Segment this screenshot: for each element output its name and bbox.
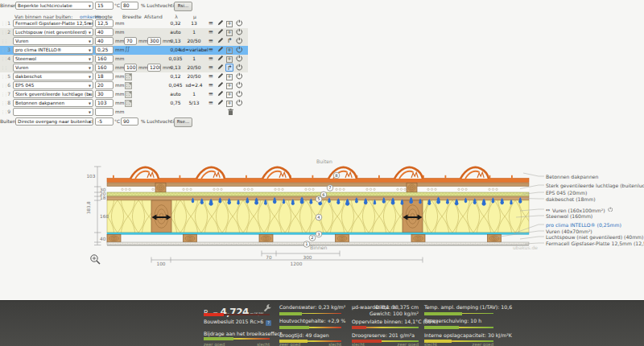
layer-material-select[interactable]: Fermacell Gipsfaser-Platte 12,5mm▼: [13, 19, 93, 27]
layer-material-label: EPS 045: [15, 82, 34, 89]
inside-condition-select[interactable]: Beperkte luchtcirculatie ▼: [15, 2, 93, 10]
layer-spacing-input[interactable]: 1200: [147, 64, 161, 72]
layer-material-select[interactable]: dakbeschot▼: [13, 72, 93, 80]
edit-pencil-icon[interactable]: [217, 19, 225, 27]
add-layer-icon[interactable]: +: [225, 81, 233, 89]
subdivision-arrow-icon[interactable]: ↱: [225, 37, 233, 45]
layer-texture-swatch-icon: [125, 73, 132, 80]
wrench-icon[interactable]: [263, 304, 272, 313]
add-layer-icon[interactable]: +: [225, 99, 233, 107]
layer-thickness-input[interactable]: 103: [95, 99, 114, 107]
layer-thickness-input[interactable]: 12,5: [95, 19, 114, 27]
layer-menu-icon[interactable]: ≡: [207, 90, 215, 98]
layer-material-select[interactable]: Luchtspouw (niet geventileerd)▼: [13, 28, 93, 36]
mm-unit-label: mm: [138, 64, 147, 72]
layer-menu-icon[interactable]: ≡: [207, 37, 215, 45]
edit-pencil-icon[interactable]: [217, 37, 225, 45]
layer-width-input[interactable]: 70: [124, 37, 137, 45]
toggle-layer-power-icon[interactable]: [235, 99, 243, 107]
layer-material-label: Betonnen dakpannen: [15, 100, 64, 107]
delete-row-trash-icon[interactable]: [226, 109, 234, 117]
inside-temperature-input[interactable]: 15: [95, 2, 114, 10]
layer-material-select[interactable]: Betonnen dakpannen▼: [13, 99, 93, 107]
layer-menu-icon[interactable]: ≡: [207, 19, 215, 27]
edit-pencil-icon[interactable]: [217, 64, 225, 72]
layer-material-select[interactable]: pro clima INTELLO®▼: [13, 46, 93, 54]
add-layer-icon[interactable]: +: [225, 90, 233, 98]
inside-humidity-input[interactable]: 80: [121, 2, 138, 10]
outside-humidity-input[interactable]: 90: [121, 117, 138, 126]
outside-condition-select[interactable]: Directe overgang naar buitenlucht ▼: [15, 117, 93, 126]
layer-marker-1: 1: [303, 241, 310, 248]
layer-material-select[interactable]: EPS 045▼: [13, 81, 93, 89]
layer-menu-icon[interactable]: ≡: [207, 64, 215, 72]
layer-thickness-input[interactable]: 40: [95, 37, 114, 45]
add-layer-icon[interactable]: +: [225, 55, 233, 63]
layer-material-select[interactable]: Sterk geventileerde luchtlage (buitenluc…: [13, 90, 93, 98]
add-layer-icon[interactable]: +: [225, 46, 233, 54]
legend-item: Steenwol (160mm): [546, 213, 592, 219]
layer-thickness-input[interactable]: [95, 108, 114, 116]
rse-button[interactable]: Rse...: [174, 117, 192, 127]
rsi-button[interactable]: Rsi...: [174, 2, 192, 11]
rating-bar: [279, 326, 341, 329]
layer-menu-icon[interactable]: ≡: [207, 55, 215, 63]
layer-menu-icon[interactable]: ≡: [207, 99, 215, 107]
chevron-down-icon: ▼: [89, 84, 91, 89]
layer-menu-icon[interactable]: ≡: [207, 81, 215, 89]
layer-thickness-input[interactable]: 30: [95, 90, 114, 98]
toggle-layer-power-icon[interactable]: [235, 72, 243, 80]
layer-material-select[interactable]: Steenwol▼: [13, 55, 93, 63]
toggle-layer-power-icon[interactable]: [235, 64, 243, 72]
edit-pencil-icon[interactable]: [217, 90, 225, 98]
edit-pencil-icon[interactable]: [217, 81, 225, 89]
power-icon[interactable]: [608, 207, 613, 212]
toggle-layer-power-icon[interactable]: [235, 19, 243, 27]
layer-material-select[interactable]: Vuren▼: [13, 64, 93, 72]
drag-handle-icon[interactable]: ⋮⋮: [1, 64, 7, 72]
layer-spacing-input[interactable]: 300: [147, 37, 161, 45]
legend-item: Luchtspouw (niet geventileerd) (40mm): [546, 234, 643, 240]
layer-thickness-input[interactable]: 160: [95, 55, 114, 63]
toggle-layer-power-icon[interactable]: [235, 55, 243, 63]
toggle-layer-power-icon[interactable]: [235, 46, 243, 54]
add-layer-icon[interactable]: +: [225, 72, 233, 80]
add-layer-icon[interactable]: +: [225, 19, 233, 27]
zoom-icon[interactable]: [91, 255, 100, 264]
outside-temperature-input[interactable]: -5: [95, 117, 114, 126]
edit-pencil-icon[interactable]: [217, 28, 225, 36]
legend-label: EPS 045 (20mm): [546, 190, 587, 196]
subdivision-arrow-icon[interactable]: ↱: [225, 64, 233, 72]
legend-item: Betonnen dakpannen: [546, 174, 598, 179]
edit-pencil-icon[interactable]: [217, 99, 225, 107]
layer-marker-4: 4: [316, 214, 322, 220]
layer-thickness-input[interactable]: 18: [95, 72, 114, 80]
layer-thickness-input[interactable]: 0,25: [95, 46, 114, 54]
total-thickness-label: 383,8: [86, 201, 91, 214]
layer-thickness-input[interactable]: 40: [95, 28, 114, 36]
layer-material-select[interactable]: Vuren▼: [13, 37, 93, 45]
mu-value: 20/50: [178, 64, 210, 72]
layer-menu-icon[interactable]: ≡: [207, 46, 215, 54]
layer-thickness-input[interactable]: 20: [95, 81, 114, 89]
chevron-down-icon: ▼: [89, 66, 91, 71]
toggle-layer-power-icon[interactable]: [235, 37, 243, 45]
add-layer-icon[interactable]: +: [225, 28, 233, 36]
mu-value: 1: [178, 90, 210, 98]
layer-material-select[interactable]: ▼: [13, 108, 93, 116]
layer-menu-icon[interactable]: ≡: [207, 28, 215, 36]
mu-value: 13: [178, 19, 210, 27]
edit-pencil-icon[interactable]: [217, 72, 225, 80]
edit-pencil-icon[interactable]: [217, 46, 225, 54]
edit-pencil-icon[interactable]: [217, 55, 225, 63]
layer-menu-icon[interactable]: ≡: [207, 72, 215, 80]
layer-width-input[interactable]: 100: [124, 64, 137, 72]
toggle-layer-power-icon[interactable]: [235, 90, 243, 98]
mu-value: 1: [178, 28, 210, 36]
toggle-layer-power-icon[interactable]: [235, 81, 243, 89]
info-icon[interactable]: ?: [266, 320, 271, 326]
legend-label: Steenwol (160mm): [546, 213, 592, 219]
layer-thickness-input[interactable]: 160: [95, 64, 114, 72]
toggle-layer-power-icon[interactable]: [235, 28, 243, 36]
drag-handle-icon[interactable]: ⋮⋮: [1, 37, 7, 45]
